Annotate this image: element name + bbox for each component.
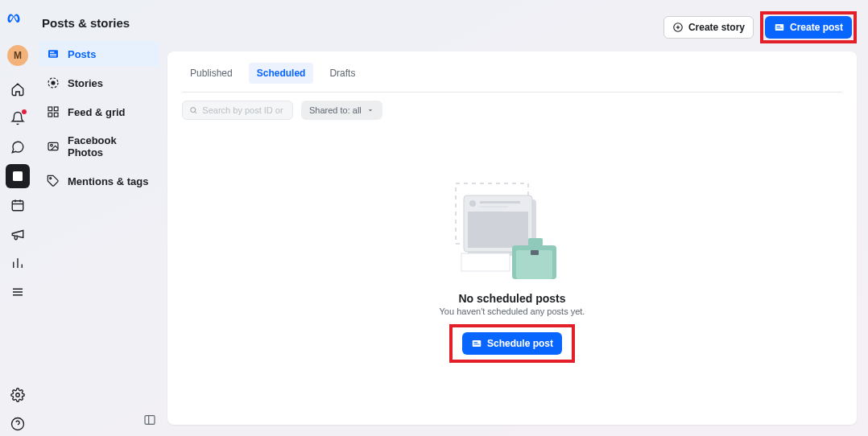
sidebar-item-label: Stories (68, 77, 103, 89)
svg-point-19 (52, 81, 55, 84)
sidebar-item-feed[interactable]: Feed & grid (39, 99, 159, 125)
svg-rect-42 (480, 206, 508, 208)
topbar: Create story Create post (167, 8, 857, 51)
svg-line-36 (195, 112, 196, 113)
schedule-post-highlight: Schedule post (449, 324, 575, 363)
schedule-post-button[interactable]: Schedule post (462, 332, 562, 355)
svg-rect-20 (48, 107, 52, 111)
create-story-button[interactable]: Create story (663, 16, 754, 39)
sidebar-item-stories[interactable]: Stories (39, 70, 159, 96)
svg-rect-47 (528, 238, 543, 246)
tabs: Published Scheduled Drafts (182, 63, 842, 84)
tab-drafts[interactable]: Drafts (321, 63, 363, 84)
svg-rect-49 (473, 339, 482, 346)
tab-published[interactable]: Published (182, 63, 241, 84)
meta-logo (6, 11, 29, 34)
sidebar-item-label: Feed & grid (68, 106, 126, 118)
create-post-label: Create post (790, 22, 843, 33)
empty-state: No scheduled posts You haven't scheduled… (182, 128, 842, 413)
svg-rect-0 (13, 171, 23, 181)
svg-rect-15 (50, 51, 54, 52)
post-icon (774, 22, 785, 33)
photos-icon (47, 140, 60, 153)
svg-rect-43 (468, 212, 528, 248)
svg-point-35 (191, 108, 196, 113)
search-box[interactable] (182, 101, 293, 120)
svg-rect-44 (461, 253, 510, 271)
content-card: Published Scheduled Drafts Shared to: al… (167, 51, 857, 425)
svg-rect-51 (473, 343, 479, 344)
svg-rect-34 (776, 28, 782, 29)
rail-help[interactable] (6, 412, 30, 436)
chevron-down-icon (366, 106, 374, 114)
svg-rect-33 (776, 26, 780, 27)
svg-rect-23 (54, 113, 58, 117)
svg-point-40 (469, 200, 476, 207)
shared-to-filter[interactable]: Shared to: all (301, 101, 382, 120)
create-story-label: Create story (688, 22, 745, 33)
tag-icon (47, 175, 60, 187)
create-post-highlight: Create post (760, 11, 857, 43)
main: Create story Create post Published Sched… (166, 0, 868, 436)
sidebar-item-label: Posts (68, 48, 96, 60)
svg-rect-48 (531, 250, 539, 255)
svg-point-11 (16, 393, 20, 397)
svg-point-12 (12, 418, 24, 430)
plus-circle-icon (672, 22, 684, 33)
svg-rect-50 (473, 342, 477, 343)
avatar[interactable]: M (7, 45, 28, 66)
post-icon (471, 338, 482, 349)
rail-insights[interactable] (6, 251, 30, 275)
svg-point-26 (50, 178, 52, 179)
rail-ads[interactable] (6, 222, 30, 246)
tab-scheduled[interactable]: Scheduled (249, 63, 314, 84)
filters: Shared to: all (182, 101, 842, 120)
grid-icon (47, 105, 60, 118)
schedule-post-label: Schedule post (487, 338, 553, 349)
rail-messages[interactable] (6, 135, 30, 159)
collapse-sidebar-icon[interactable] (143, 413, 156, 426)
svg-rect-27 (145, 416, 155, 425)
svg-rect-41 (480, 201, 520, 204)
empty-illustration-icon (452, 179, 572, 284)
divider (182, 92, 842, 93)
rail-content[interactable] (6, 164, 30, 188)
rail-home[interactable] (6, 77, 30, 101)
posts-icon (47, 47, 60, 60)
svg-point-25 (51, 144, 53, 146)
sidebar-item-photos[interactable]: Facebook Photos (39, 128, 159, 165)
nav-rail: M (0, 0, 35, 436)
rail-planner[interactable] (6, 193, 30, 217)
svg-rect-17 (50, 56, 56, 56)
sidebar-item-label: Facebook Photos (68, 134, 151, 158)
rail-notifications[interactable] (6, 106, 30, 130)
svg-rect-32 (775, 24, 784, 31)
stories-icon (47, 76, 60, 89)
svg-rect-22 (48, 113, 52, 117)
create-post-button[interactable]: Create post (765, 16, 852, 39)
rail-settings[interactable] (6, 383, 30, 407)
search-icon (189, 105, 197, 115)
sidebar-item-label: Mentions & tags (68, 175, 148, 187)
shared-to-label: Shared to: all (309, 105, 362, 115)
sidebar-item-mentions[interactable]: Mentions & tags (39, 168, 159, 194)
svg-rect-24 (48, 142, 58, 150)
rail-menu[interactable] (6, 280, 30, 304)
sidebar-item-posts[interactable]: Posts (39, 41, 159, 67)
empty-subtitle: You haven't scheduled any posts yet. (440, 306, 585, 316)
svg-rect-16 (50, 54, 56, 55)
empty-title: No scheduled posts (458, 292, 565, 305)
search-input[interactable] (202, 105, 286, 115)
svg-rect-1 (12, 201, 23, 211)
page-title: Posts & stories (39, 10, 159, 41)
svg-rect-21 (54, 107, 58, 111)
sidebar: Posts & stories Posts Stories Feed & gri… (35, 0, 166, 436)
